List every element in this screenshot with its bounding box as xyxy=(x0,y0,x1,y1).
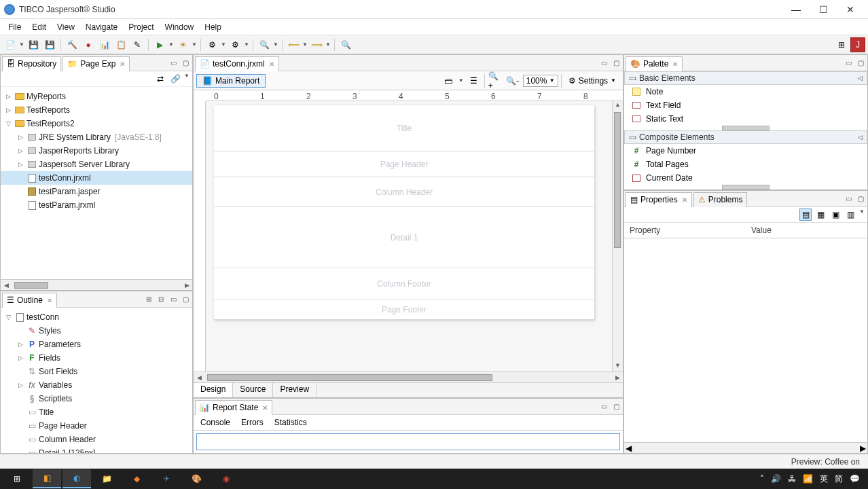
ruler-vertical[interactable] xyxy=(194,101,206,372)
menu-window[interactable]: Window xyxy=(160,21,200,33)
band-column-header[interactable]: Column Header xyxy=(214,177,594,207)
twisty-icon[interactable]: ▽ xyxy=(3,120,13,127)
tree-row[interactable]: ▷MyReports xyxy=(1,90,192,103)
twisty-icon[interactable]: ▷ xyxy=(3,93,13,100)
band-column-footer[interactable]: Column Footer xyxy=(214,268,594,300)
tree-row[interactable]: ▷FFields xyxy=(1,351,192,365)
palette-item-page-number[interactable]: #Page Number xyxy=(624,144,867,158)
new-dropdown-icon[interactable]: ▼ xyxy=(19,41,24,48)
edit-button[interactable]: ✎ xyxy=(130,37,145,52)
chart-button[interactable]: 📊 xyxy=(97,37,112,52)
twisty-icon[interactable]: ▷ xyxy=(3,107,13,113)
tree-row[interactable]: testConn.jrxml xyxy=(1,171,192,185)
settings-button[interactable]: ⚙ Settings ▼ xyxy=(564,75,620,87)
tray-ime-1[interactable]: 英 xyxy=(820,473,828,485)
twisty-icon[interactable]: ▷ xyxy=(16,161,25,168)
maximize-panel-button[interactable]: ▢ xyxy=(180,295,191,304)
task-app-4[interactable]: ✈ xyxy=(152,469,181,488)
band-title[interactable]: Title xyxy=(214,105,594,151)
close-icon[interactable]: ✕ xyxy=(269,60,274,68)
tree-row[interactable]: ▷fxVariables xyxy=(1,378,192,392)
scroll-left-icon[interactable]: ◀ xyxy=(1,282,12,289)
scroll-thumb[interactable] xyxy=(614,112,621,248)
palette-basic-scrollbar[interactable] xyxy=(722,126,770,130)
collapse-icon[interactable]: ◁ xyxy=(858,134,863,141)
scroll-left-icon[interactable]: ◀ xyxy=(194,374,204,381)
minimize-panel-button[interactable]: ▭ xyxy=(843,194,854,204)
tab-palette[interactable]: 🎨 Palette ✕ xyxy=(626,56,683,71)
twisty-icon[interactable]: ▷ xyxy=(16,147,25,154)
scroll-left-icon[interactable]: ◀ xyxy=(626,443,632,453)
close-icon[interactable]: ✕ xyxy=(262,404,268,412)
scroll-right-icon[interactable]: ▶ xyxy=(612,374,623,381)
view-menu-icon[interactable]: ▼ xyxy=(184,73,189,85)
task-app-3[interactable]: ◆ xyxy=(122,469,151,488)
menu-file[interactable]: File xyxy=(3,21,26,33)
canvas-area[interactable]: Title Page Header Column Header Detail 1… xyxy=(206,101,612,372)
tree-row[interactable]: testParam.jrxml xyxy=(1,198,192,212)
menu-view[interactable]: View xyxy=(52,21,80,33)
outline-btn-b[interactable]: ⊟ xyxy=(156,295,166,304)
tab-editor-file[interactable]: 📄 testConn.jrxml ✕ xyxy=(195,56,279,71)
twisty-icon[interactable]: ▷ xyxy=(16,134,25,141)
report-page[interactable]: Title Page Header Column Header Detail 1… xyxy=(214,105,594,320)
tray-network-icon[interactable]: 🖧 xyxy=(788,474,796,484)
tool-a-dropdown-icon[interactable]: ▼ xyxy=(221,41,226,48)
tray-volume-icon[interactable]: 🔊 xyxy=(771,474,781,484)
dataset-button[interactable]: 🗃 xyxy=(441,73,456,88)
zoom-button[interactable]: 🔍 xyxy=(338,37,353,52)
tray-wifi-icon[interactable]: 📶 xyxy=(803,474,813,484)
palette-item-static-text[interactable]: Static Text xyxy=(624,112,867,126)
minimize-panel-button[interactable]: ▭ xyxy=(598,58,609,68)
tray-ime-2[interactable]: 简 xyxy=(835,473,843,485)
scroll-down-icon[interactable]: ▼ xyxy=(613,362,623,372)
task-chrome[interactable]: ◉ xyxy=(212,469,240,488)
menu-help[interactable]: Help xyxy=(199,21,227,33)
menu-edit[interactable]: Edit xyxy=(26,21,52,33)
close-icon[interactable]: ✕ xyxy=(47,297,52,304)
collapse-all-button[interactable]: ⇄ xyxy=(154,73,166,85)
tool-a-button[interactable]: ⚙ xyxy=(204,37,219,52)
report-button[interactable]: 📋 xyxy=(113,37,128,52)
tree-row[interactable]: ⇅Sort Fields xyxy=(1,365,192,378)
view-menu-icon[interactable]: ▼ xyxy=(859,209,865,221)
scroll-up-icon[interactable]: ▲ xyxy=(613,101,623,111)
tree-row[interactable]: ▭Title xyxy=(1,405,192,419)
zoom-select[interactable]: 100% ▼ xyxy=(523,75,558,87)
tab-statistics[interactable]: Statistics xyxy=(273,416,308,429)
tray-up-icon[interactable]: ˄ xyxy=(760,474,764,484)
props-btn-a[interactable]: ▤ xyxy=(799,209,812,221)
stop-button[interactable]: ● xyxy=(81,37,96,52)
palette-item-note[interactable]: Note xyxy=(624,85,867,98)
properties-h-scrollbar[interactable]: ◀ ▶ xyxy=(624,442,867,453)
back-dropdown-icon[interactable]: ▼ xyxy=(302,41,308,48)
menu-project[interactable]: Project xyxy=(123,21,159,33)
close-icon[interactable]: ✕ xyxy=(120,60,125,68)
tree-row[interactable]: ▭Page Header xyxy=(1,419,192,433)
forward-button[interactable]: ⟹ xyxy=(309,37,324,52)
tab-preview[interactable]: Preview xyxy=(273,383,317,397)
close-button[interactable]: ✕ xyxy=(837,2,864,17)
minimize-panel-button[interactable]: ▭ xyxy=(598,402,609,412)
menu-navigate[interactable]: Navigate xyxy=(80,21,123,33)
debug-button[interactable]: ☀ xyxy=(175,37,190,52)
search-dropdown-icon[interactable]: ▼ xyxy=(273,41,278,48)
minimize-panel-button[interactable]: ▭ xyxy=(843,58,854,68)
band-page-header[interactable]: Page Header xyxy=(214,151,594,177)
palette-section-basic[interactable]: ▭ Basic Elements ◁ xyxy=(624,71,867,85)
tree-row[interactable]: testParam.jasper xyxy=(1,185,192,198)
band-detail-1[interactable]: Detail 1 xyxy=(214,207,594,268)
scroll-thumb[interactable] xyxy=(14,282,48,289)
forward-dropdown-icon[interactable]: ▼ xyxy=(325,41,331,48)
palette-item-text-field[interactable]: Text Field xyxy=(624,98,867,112)
close-icon[interactable]: ✕ xyxy=(672,60,678,68)
minimize-panel-button[interactable]: ▭ xyxy=(168,58,179,68)
minimize-panel-button[interactable]: ▭ xyxy=(168,295,179,304)
zoom-in-button[interactable]: 🔍+ xyxy=(488,73,503,88)
editor-h-scrollbar[interactable]: ◀ ▶ xyxy=(194,372,623,382)
palette-item-total-pages[interactable]: #Total Pages xyxy=(624,158,867,171)
tab-outline[interactable]: ☰ Outline ✕ xyxy=(2,293,57,308)
tree-row[interactable]: ▷TestReports xyxy=(1,103,192,117)
twisty-icon[interactable]: ▷ xyxy=(16,355,25,361)
build-button[interactable]: 🔨 xyxy=(65,37,79,52)
